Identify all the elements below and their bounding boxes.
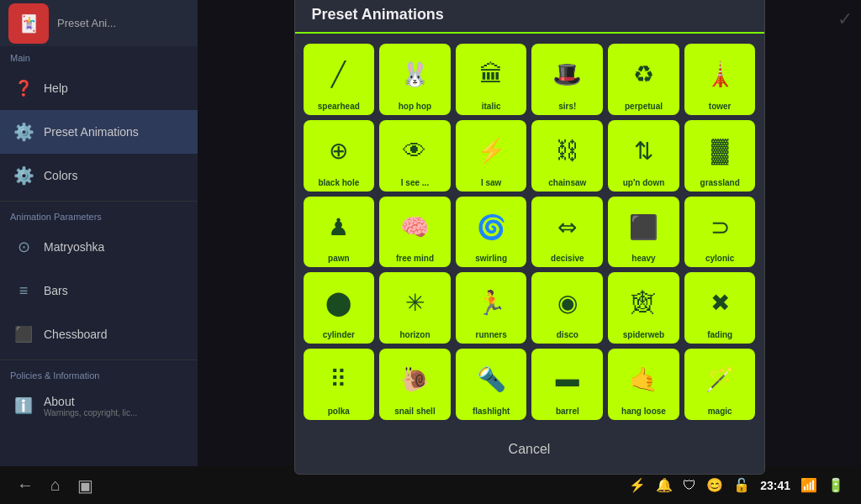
anim-item-chainsaw[interactable]: ⛓chainsaw bbox=[531, 120, 603, 192]
usb-icon: ⚡ bbox=[629, 477, 646, 493]
anim-item-swirling[interactable]: 🌀swirling bbox=[456, 197, 527, 268]
anim-item-pawn[interactable]: ♟pawn bbox=[304, 197, 375, 268]
anim-icon-flashlight: 🔦 bbox=[477, 352, 506, 407]
anim-item-spearhead[interactable]: ╱spearhead bbox=[304, 44, 375, 115]
anim-icon-spearhead: ╱ bbox=[331, 47, 346, 102]
anim-icon-upn-down: ⇅ bbox=[634, 123, 653, 178]
main-section-label: Main bbox=[0, 46, 198, 66]
modal-overlay: Preset Animations ╱spearhead🐰hop hop🏛ita… bbox=[198, 0, 861, 466]
anim-icon-i-saw: ⚡ bbox=[477, 123, 506, 178]
anim-icon-hang-loose: 🤙 bbox=[629, 352, 658, 407]
anim-icon-sirs: 🎩 bbox=[552, 47, 582, 102]
anim-label-spearhead: spearhead bbox=[318, 102, 360, 112]
shield-icon: 🛡 bbox=[683, 478, 696, 493]
about-label: About bbox=[44, 395, 137, 408]
anim-item-barrel[interactable]: ▬barrel bbox=[531, 349, 603, 420]
anim-item-cylonic[interactable]: ⊃cylonic bbox=[684, 197, 756, 268]
anim-item-heavy[interactable]: ⬛heavy bbox=[608, 197, 679, 268]
anim-item-free-mind[interactable]: 🧠free mind bbox=[379, 197, 451, 268]
anim-label-upn-down: up'n down bbox=[623, 178, 665, 188]
anim-icon-free-mind: 🧠 bbox=[400, 200, 430, 255]
anim-item-grassland[interactable]: ▓grassland bbox=[684, 120, 756, 192]
anim-icon-tower: 🗼 bbox=[705, 47, 735, 102]
anim-label-cylinder: cylinder bbox=[323, 330, 355, 340]
anim-label-decisive: decisive bbox=[551, 254, 584, 264]
anim-label-horizon: horizon bbox=[399, 330, 430, 340]
anim-label-disco: disco bbox=[557, 330, 578, 340]
anim-icon-decisive: ⇔ bbox=[557, 200, 577, 255]
sidebar-app-title: Preset Ani... bbox=[57, 17, 116, 29]
about-sub: Warnings, copyright, lic... bbox=[44, 408, 137, 417]
anim-label-spiderweb: spiderweb bbox=[623, 330, 664, 340]
anim-icon-spiderweb: 🕸 bbox=[631, 276, 655, 330]
anim-item-polka[interactable]: ⠿polka bbox=[304, 349, 375, 420]
anim-item-upn-down[interactable]: ⇅up'n down bbox=[608, 120, 679, 192]
anim-item-italic[interactable]: 🏛italic bbox=[456, 44, 527, 115]
sidebar-item-colors[interactable]: ⚙️ Colors bbox=[0, 154, 198, 197]
sidebar-item-label: Preset Animations bbox=[44, 125, 139, 139]
lock-icon: 🔓 bbox=[733, 477, 750, 493]
anim-icon-chainsaw: ⛓ bbox=[556, 123, 579, 178]
anim-item-hop-hop[interactable]: 🐰hop hop bbox=[379, 44, 451, 115]
anim-icon-hop-hop: 🐰 bbox=[400, 47, 430, 102]
anim-label-swirling: swirling bbox=[475, 254, 507, 264]
anim-icon-disco: ◉ bbox=[557, 276, 578, 330]
anim-item-i-saw[interactable]: ⚡I saw bbox=[456, 120, 527, 192]
sidebar-item-bars[interactable]: ≡ Bars bbox=[0, 269, 198, 312]
anim-label-flashlight: flashlight bbox=[473, 407, 510, 417]
sidebar-item-label: Bars bbox=[44, 284, 68, 297]
home-button[interactable]: ⌂ bbox=[50, 475, 61, 496]
apps-button[interactable]: ▣ bbox=[77, 475, 93, 496]
logo-icon: 🃏 bbox=[18, 13, 40, 34]
anim-item-hang-loose[interactable]: 🤙hang loose bbox=[608, 349, 679, 420]
anim-item-disco[interactable]: ◉disco bbox=[531, 272, 603, 344]
anim-item-fading[interactable]: ✖fading bbox=[684, 272, 756, 344]
back-button[interactable]: ← bbox=[17, 475, 34, 496]
sidebar-header: 🃏 Preset Ani... bbox=[0, 0, 198, 46]
dialog-footer: Cancel bbox=[295, 430, 764, 474]
sidebar-item-help[interactable]: ❓ Help bbox=[0, 66, 198, 110]
anim-label-hop-hop: hop hop bbox=[399, 102, 431, 112]
anim-item-sirs[interactable]: 🎩sirs! bbox=[531, 44, 603, 115]
gear-icon-2: ⚙️ bbox=[10, 162, 37, 189]
sidebar-item-matryoshka[interactable]: ⊙ Matryoshka bbox=[0, 225, 198, 269]
anim-icon-pawn: ♟ bbox=[328, 200, 349, 255]
anim-item-decisive[interactable]: ⇔decisive bbox=[531, 197, 603, 268]
dialog-title: Preset Animations bbox=[312, 6, 444, 23]
main-area: ✓ Preset Animations ╱spearhead🐰hop hop🏛i… bbox=[198, 0, 861, 466]
anim-item-perpetual[interactable]: ♻perpetual bbox=[608, 44, 679, 115]
cancel-button[interactable]: Cancel bbox=[492, 437, 568, 462]
clock: 23:41 bbox=[760, 479, 790, 492]
sidebar: 🃏 Preset Ani... Main ❓ Help ⚙️ Preset An… bbox=[0, 0, 198, 466]
anim-icon-polka: ⠿ bbox=[330, 352, 347, 407]
sidebar-item-chessboard[interactable]: ⬛ Chessboard bbox=[0, 312, 198, 356]
anim-item-cylinder[interactable]: ⬤cylinder bbox=[304, 272, 375, 344]
anim-params-label: Animation Parameters bbox=[0, 205, 198, 225]
anim-item-i-see[interactable]: 👁I see ... bbox=[379, 120, 451, 192]
anim-item-runners[interactable]: 🏃runners bbox=[456, 272, 527, 344]
anim-label-black-hole: black hole bbox=[318, 178, 359, 188]
anim-icon-perpetual: ♻ bbox=[633, 47, 654, 102]
anim-item-snail-shell[interactable]: 🐌snail shell bbox=[379, 349, 451, 420]
anim-item-tower[interactable]: 🗼tower bbox=[684, 44, 756, 115]
divider-2 bbox=[0, 360, 198, 360]
anim-item-black-hole[interactable]: ⊕black hole bbox=[304, 120, 375, 192]
anim-icon-black-hole: ⊕ bbox=[329, 123, 348, 178]
anim-item-flashlight[interactable]: 🔦flashlight bbox=[456, 349, 527, 420]
anim-label-sirs: sirs! bbox=[558, 102, 576, 112]
anim-label-i-saw: I saw bbox=[481, 178, 501, 188]
anim-icon-magic: 🪄 bbox=[705, 352, 735, 407]
anim-label-magic: magic bbox=[708, 407, 732, 417]
sidebar-item-preset-animations[interactable]: ⚙️ Preset Animations bbox=[0, 110, 198, 154]
help-icon: ❓ bbox=[10, 75, 37, 102]
anim-label-hang-loose: hang loose bbox=[621, 407, 666, 417]
anim-item-spiderweb[interactable]: 🕸spiderweb bbox=[608, 272, 679, 344]
anim-icon-swirling: 🌀 bbox=[477, 200, 506, 255]
anim-label-grassland: grassland bbox=[700, 178, 740, 188]
anim-label-cylonic: cylonic bbox=[705, 254, 734, 264]
animation-grid: ╱spearhead🐰hop hop🏛italic🎩sirs!♻perpetua… bbox=[304, 44, 756, 419]
anim-icon-horizon: ✳ bbox=[405, 276, 425, 330]
sidebar-item-about[interactable]: ℹ️ About Warnings, copyright, lic... bbox=[0, 384, 198, 428]
anim-item-horizon[interactable]: ✳horizon bbox=[379, 272, 451, 344]
anim-item-magic[interactable]: 🪄magic bbox=[684, 349, 756, 420]
